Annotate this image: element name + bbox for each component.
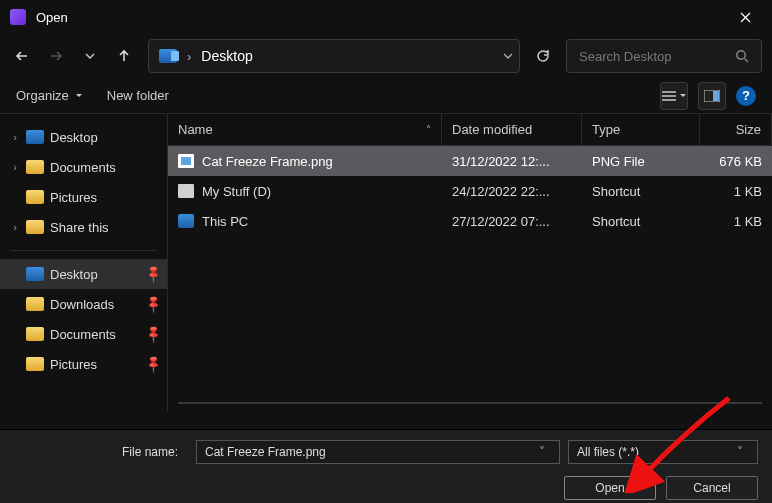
quick-item-desktop[interactable]: Desktop📌 [0, 259, 167, 289]
pin-icon: 📌 [143, 324, 164, 345]
file-row[interactable]: Cat Freeze Frame.png 31/12/2022 12:... P… [168, 146, 772, 176]
file-size: 1 KB [700, 214, 772, 229]
tree-item-label: Pictures [50, 190, 97, 205]
tree-item-label: Desktop [50, 267, 98, 282]
file-date: 31/12/2022 12:... [442, 154, 582, 169]
file-name-input[interactable]: Cat Freeze Frame.png ˅ [196, 440, 560, 464]
quick-item-documents[interactable]: Documents📌 [0, 319, 167, 349]
search-icon [735, 49, 749, 63]
nav-tree[interactable]: ›Desktop›DocumentsPictures›Share this De… [0, 114, 168, 412]
desktop-path-icon [159, 49, 177, 63]
pin-icon: 📌 [143, 264, 164, 285]
file-type-filter[interactable]: All files (*.*) ˅ [568, 440, 758, 464]
open-button[interactable]: Open [564, 476, 656, 500]
close-button[interactable] [722, 0, 768, 34]
chevron-right-icon: › [10, 131, 20, 143]
file-name-value: Cat Freeze Frame.png [205, 445, 533, 459]
file-type: PNG File [582, 154, 700, 169]
image-icon [178, 154, 194, 168]
organize-label: Organize [16, 88, 69, 103]
app-icon [10, 9, 26, 25]
chevron-down-icon [85, 51, 95, 61]
column-date[interactable]: Date modified [442, 114, 582, 145]
new-folder-button[interactable]: New folder [107, 88, 169, 103]
titlebar: Open [0, 0, 772, 34]
nav-buttons [14, 48, 132, 64]
document-icon [26, 327, 44, 341]
file-type: Shortcut [582, 184, 700, 199]
arrow-right-icon [49, 49, 63, 63]
file-name-label: File name: [14, 445, 188, 459]
scrollbar[interactable] [178, 402, 762, 404]
up-button[interactable] [116, 48, 132, 64]
tree-item-pictures[interactable]: Pictures [0, 182, 167, 212]
sort-asc-icon: ˄ [426, 124, 431, 135]
caret-down-icon [75, 92, 83, 100]
path-location: Desktop [201, 48, 252, 64]
tree-item-label: Downloads [50, 297, 114, 312]
close-icon [740, 12, 751, 23]
column-name: Name˄ [168, 114, 442, 145]
main-area: ›Desktop›DocumentsPictures›Share this De… [0, 114, 772, 412]
tree-item-desktop[interactable]: ›Desktop [0, 122, 167, 152]
caret-down-icon [679, 92, 687, 100]
file-name: My Stuff (D) [202, 184, 271, 199]
tree-item-label: Desktop [50, 130, 98, 145]
file-list-header[interactable]: Name˄ Date modified Type Size [168, 114, 772, 146]
file-name-dropdown-icon[interactable]: ˅ [533, 445, 551, 459]
folder-icon [26, 190, 44, 204]
file-list: Name˄ Date modified Type Size Cat Freeze… [168, 114, 772, 412]
filter-value: All files (*.*) [577, 445, 731, 459]
refresh-button[interactable] [526, 39, 560, 73]
column-size[interactable]: Size [700, 114, 772, 145]
quick-item-downloads[interactable]: Downloads📌 [0, 289, 167, 319]
arrow-left-icon [15, 49, 29, 63]
search-box[interactable]: Search Desktop [566, 39, 762, 73]
pin-icon: 📌 [143, 354, 164, 375]
file-size: 676 KB [700, 154, 772, 169]
column-type[interactable]: Type [582, 114, 700, 145]
download-icon [26, 297, 44, 311]
preview-pane-button[interactable] [698, 82, 726, 110]
tree-item-label: Documents [50, 160, 116, 175]
path-separator-icon: › [187, 49, 191, 64]
folder-icon [26, 220, 44, 234]
file-row[interactable]: This PC 27/12/2022 07:... Shortcut 1 KB [168, 206, 772, 236]
file-rows[interactable]: Cat Freeze Frame.png 31/12/2022 12:... P… [168, 146, 772, 412]
tree-item-label: Pictures [50, 357, 97, 372]
file-date: 24/12/2022 22:... [442, 184, 582, 199]
organize-button[interactable]: Organize [16, 88, 83, 103]
window-title: Open [36, 10, 722, 25]
path-box[interactable]: › Desktop [148, 39, 520, 73]
recent-button[interactable] [82, 48, 98, 64]
tree-item-documents[interactable]: ›Documents [0, 152, 167, 182]
chevron-right-icon: › [10, 221, 20, 233]
back-button[interactable] [14, 48, 30, 64]
arrow-up-icon [117, 49, 131, 63]
picture-icon [26, 357, 44, 371]
svg-rect-2 [713, 91, 719, 101]
footer: File name: Cat Freeze Frame.png ˅ All fi… [0, 429, 772, 503]
disk-icon [178, 184, 194, 198]
filter-dropdown-icon[interactable]: ˅ [731, 445, 749, 459]
tree-item-label: Share this [50, 220, 109, 235]
list-view-icon [661, 90, 677, 102]
file-name: Cat Freeze Frame.png [202, 154, 333, 169]
refresh-icon [535, 48, 551, 64]
file-size: 1 KB [700, 184, 772, 199]
file-row[interactable]: My Stuff (D) 24/12/2022 22:... Shortcut … [168, 176, 772, 206]
chevron-right-icon: › [10, 161, 20, 173]
view-mode-button[interactable] [660, 82, 688, 110]
cancel-button[interactable]: Cancel [666, 476, 758, 500]
forward-button[interactable] [48, 48, 64, 64]
path-dropdown-icon[interactable] [503, 49, 513, 64]
search-placeholder: Search Desktop [579, 49, 725, 64]
quick-item-pictures[interactable]: Pictures📌 [0, 349, 167, 379]
file-type: Shortcut [582, 214, 700, 229]
file-date: 27/12/2022 07:... [442, 214, 582, 229]
pc-icon [178, 214, 194, 228]
desktop-icon [26, 130, 44, 144]
preview-pane-icon [704, 90, 720, 102]
help-button[interactable]: ? [736, 86, 756, 106]
tree-item-share-this[interactable]: ›Share this [0, 212, 167, 242]
